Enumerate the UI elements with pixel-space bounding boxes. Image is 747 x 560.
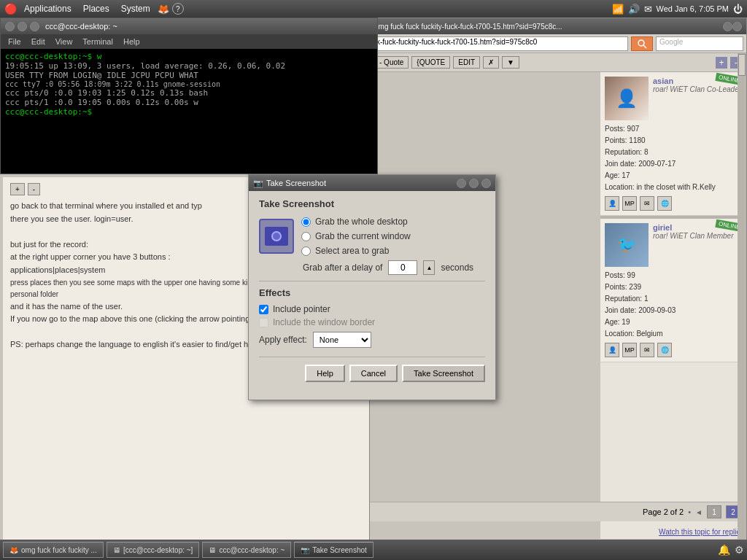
cancel-button[interactable]: Cancel — [349, 365, 398, 382]
asian-profile-btn[interactable]: 👤 — [605, 196, 619, 211]
asian-mp-btn[interactable]: MP — [622, 196, 637, 211]
watch-topic-link[interactable]: Watch this topic for replie — [659, 528, 740, 536]
taskbar-item-browser[interactable]: 🦊 omg fuck fuck fuckity ... — [3, 542, 104, 558]
effects-title: Effects — [259, 287, 485, 298]
help-icon[interactable]: ? — [172, 3, 184, 15]
giriel-points: Points: 239 — [605, 281, 742, 293]
more-btn[interactable]: ▼ — [502, 56, 519, 69]
page-info: Page 2 of 2 — [643, 508, 684, 516]
terminal-view-menu[interactable]: View — [51, 36, 77, 47]
giriel-mp-btn[interactable]: MP — [622, 343, 637, 357]
terminal-terminal-menu[interactable]: Terminal — [78, 36, 117, 47]
power-icon: ⏻ — [733, 4, 743, 15]
take-screenshot-button[interactable]: Take Screenshot — [402, 365, 485, 382]
delay-input[interactable] — [388, 260, 417, 275]
taskbar-top-left: 🔴 Applications Places System 🦊 ? — [0, 2, 188, 15]
url-bar[interactable]: k-fuck-fuckity-fuck-fuck-t700-15.htm?sid… — [373, 36, 628, 51]
taskbar-top: 🔴 Applications Places System 🦊 ? 📶 🔊 ✉ W… — [0, 0, 747, 18]
include-pointer-label: Include pointer — [273, 304, 330, 314]
terminal-line-2: 19:05:15 up 13:09, 3 users, load average… — [5, 61, 373, 71]
include-pointer-option[interactable]: Include pointer — [259, 304, 485, 314]
delete-btn[interactable]: ✗ — [483, 56, 499, 69]
terminal2-taskbar-icon: 🖥 — [209, 546, 216, 554]
browser-title: omg fuck fuck fuckity-fuck-fuck-t700-15.… — [374, 23, 723, 31]
giriel-www-btn[interactable]: 🌐 — [657, 343, 672, 357]
asian-email-btn[interactable]: ✉ — [640, 196, 654, 211]
giriel-profile-btn[interactable]: 👤 — [605, 343, 619, 357]
apply-effect-row: Apply effect: None Shadow Border — [259, 332, 485, 348]
asian-avatar-img: 👤 — [605, 77, 649, 120]
sound-icon: 🔊 — [628, 4, 640, 15]
taskbar-item-terminal1[interactable]: 🖥 [ccc@ccc-desktop: ~] — [107, 542, 199, 558]
dialog-close-btn[interactable] — [481, 179, 491, 188]
effect-select[interactable]: None Shadow Border — [313, 332, 371, 348]
include-pointer-checkbox[interactable] — [259, 305, 268, 314]
giriel-age: Age: 19 — [605, 316, 742, 328]
include-border-checkbox[interactable] — [259, 318, 268, 327]
terminal-line-7: ccc@ccc-desktop:~$ — [5, 107, 373, 117]
terminal-file-menu[interactable]: File — [4, 36, 26, 47]
browser-scrollbar[interactable] — [738, 53, 746, 542]
asian-www-btn[interactable]: 🌐 — [657, 196, 672, 211]
svg-line-1 — [643, 45, 646, 48]
system-menu[interactable]: System — [117, 2, 155, 15]
places-menu[interactable]: Places — [79, 2, 114, 15]
grab-desktop-radio[interactable] — [301, 217, 311, 227]
firefox-icon[interactable]: 🦊 — [158, 4, 169, 15]
grab-window-radio[interactable] — [301, 232, 311, 241]
grab-window-option[interactable]: Grab the current window — [301, 231, 411, 241]
asian-avatar: 👤 — [605, 77, 649, 120]
browser-close[interactable] — [723, 22, 732, 31]
screenshot-taskbar-icon: 📷 — [301, 546, 309, 554]
edit-btn[interactable]: EDIT — [453, 56, 480, 69]
scroll-thumb[interactable] — [738, 54, 746, 76]
quote-btn[interactable]: - Quote — [374, 56, 409, 69]
asian-rep: Reputation: 8 — [605, 147, 742, 158]
dialog-minimize-btn[interactable] — [457, 179, 466, 188]
apply-effect-label: Apply effect: — [259, 335, 307, 345]
page-1-btn[interactable]: 1 — [707, 505, 721, 518]
expand-btn[interactable]: + — [10, 183, 25, 195]
terminal-minimize-btn[interactable] — [18, 22, 27, 31]
dialog-maximize-btn[interactable] — [469, 179, 479, 188]
page-nav-left[interactable]: ◄ — [695, 508, 703, 516]
giriel-posts: Posts: 99 — [605, 270, 742, 281]
radio-options: Grab the whole desktop Grab the current … — [301, 217, 411, 256]
browser-maximize[interactable] — [732, 22, 742, 31]
help-button[interactable]: Help — [305, 365, 345, 382]
taskbar-item-screenshot[interactable]: 📷 Take Screenshot — [294, 542, 374, 558]
camera-lens — [271, 231, 282, 241]
grab-desktop-option[interactable]: Grab the whole desktop — [301, 217, 411, 227]
expand-all-btn[interactable]: + — [716, 57, 727, 69]
app-logo: 🔴 — [4, 3, 17, 15]
applications-menu[interactable]: Applications — [20, 2, 76, 15]
terminal-edit-menu[interactable]: Edit — [27, 36, 50, 47]
delay-increment[interactable]: ▲ — [423, 260, 435, 275]
giriel-email-btn[interactable]: ✉ — [640, 343, 654, 357]
taskbar-item-terminal2[interactable]: 🖥 ccc@ccc-desktop: ~ — [202, 542, 291, 558]
terminal-close-btn[interactable] — [5, 22, 15, 31]
search-bar[interactable]: Google — [656, 36, 743, 51]
taskbar-right: 🔔 ⚙ — [718, 544, 744, 556]
select-area-option[interactable]: Select area to grab — [301, 246, 411, 256]
user-card-giriel: ONLINE 🐦 giriel roar! WiET Clan Member — [600, 219, 746, 362]
terminal-line-3: USER TTY FROM LOGIN@ IDLE JCPU PCPU WHAT — [5, 71, 373, 80]
giriel-actions: 👤 MP ✉ 🌐 — [605, 343, 742, 357]
browser-toolbar: k-fuck-fuckity-fuck-fuck-t700-15.htm?sid… — [370, 34, 746, 53]
terminal-line-4: ccc tty7 :0 05:56 18:09m 3:22 0.11s gnom… — [5, 80, 373, 88]
collapse-btn[interactable]: - — [28, 183, 40, 195]
giriel-stats: Posts: 99 Points: 239 Reputation: 1 Join… — [605, 270, 742, 340]
dialog-section-title: Take Screenshot — [259, 198, 485, 209]
terminal-help-menu[interactable]: Help — [119, 36, 144, 47]
dialog-body: Take Screenshot Grab the whole desktop — [249, 191, 495, 389]
terminal-line-5: ccc pts/0 :0.0 19:03 1:25 0.12s 0.13s ba… — [5, 88, 373, 98]
include-border-option[interactable]: Include the window border — [259, 317, 485, 327]
dialog-title: Take Screenshot — [266, 179, 454, 187]
desktop: ccc@ccc-desktop: ~ File Edit View Termin… — [0, 18, 747, 542]
asian-posts: Posts: 907 — [605, 123, 742, 135]
terminal-maximize-btn[interactable] — [30, 22, 39, 31]
quote2-btn[interactable]: {QUOTE — [411, 56, 450, 69]
select-area-radio[interactable] — [301, 246, 311, 256]
taskbar-top-right: 📶 🔊 ✉ Wed Jan 6, 7:05 PM ⏻ — [612, 4, 743, 15]
screenshot-dialog: 📷 Take Screenshot Take Screenshot — [248, 174, 496, 400]
